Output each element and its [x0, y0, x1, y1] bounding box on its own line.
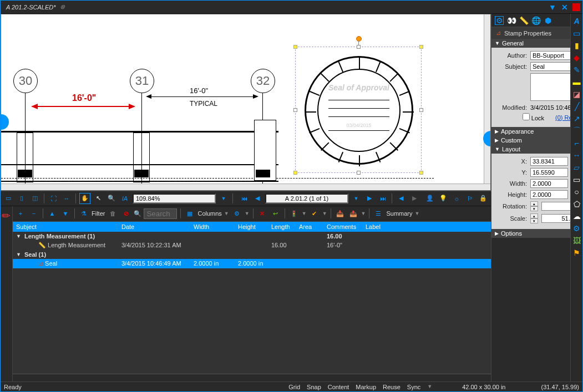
export-icon[interactable]: 📤 — [348, 208, 359, 219]
eraser-tool-icon[interactable]: ◪ — [572, 89, 582, 99]
group-length[interactable]: ▼ Length Measurement (1) 16.00 — [13, 232, 491, 241]
add-icon[interactable]: + — [15, 208, 26, 219]
gear-icon[interactable]: ⚙ — [231, 208, 242, 219]
callout-tool-icon[interactable]: ▱ — [572, 162, 582, 172]
collapse-icon[interactable]: ▼ — [60, 208, 71, 219]
arrow-tool-icon[interactable]: ↗ — [572, 114, 582, 124]
search-input[interactable] — [144, 208, 177, 219]
continuous-icon[interactable]: ▯ — [16, 193, 27, 204]
note-tool-icon[interactable]: ▮ — [572, 40, 582, 50]
delete-icon[interactable]: ✕ — [257, 208, 268, 219]
col-height[interactable]: Height — [235, 222, 268, 231]
status-reuse[interactable]: Reuse — [383, 384, 401, 390]
select-icon[interactable]: ↖ — [93, 193, 104, 204]
single-page-icon[interactable]: ▭ — [3, 193, 14, 204]
flag-tool-icon[interactable]: ⚑ — [572, 248, 582, 258]
columns-icon[interactable]: ▦ — [184, 208, 195, 219]
pen-tool-icon[interactable]: ✎ — [572, 65, 582, 75]
fit-page-icon[interactable]: ⛶ — [48, 193, 59, 204]
first-page-icon[interactable]: ⏮ — [239, 193, 250, 204]
polyline-tool-icon[interactable]: ⌐ — [572, 138, 582, 148]
image-tool-icon[interactable]: 🖼 — [572, 236, 582, 246]
cloud-tool-icon[interactable]: ☁ — [572, 211, 582, 221]
row-seal[interactable]: ⊿ Seal 3/4/2015 10:46:49 AM 2.0000 in 2.… — [13, 259, 491, 268]
close-x-icon[interactable]: ✕ — [560, 3, 569, 12]
side-by-side-icon[interactable]: ◫ — [29, 193, 40, 204]
3d-icon[interactable]: ⬢ — [544, 16, 552, 25]
section-appearance[interactable]: ▶Appearance — [491, 127, 583, 136]
row-length-measurement[interactable]: 📏 Length Measurement 3/4/2015 10:22:31 A… — [13, 241, 491, 250]
markup-panel-handle[interactable]: ✎ — [1, 206, 13, 382]
section-options[interactable]: ▶Options — [491, 229, 583, 238]
col-subject[interactable]: Subject — [13, 222, 118, 231]
zoom-dropdown-icon[interactable]: ▼ — [218, 193, 229, 204]
col-comments[interactable]: Comments — [323, 222, 362, 231]
gear-icon[interactable]: ⚙ — [495, 16, 504, 25]
pan-icon[interactable]: ✋ — [79, 193, 90, 204]
columns-label[interactable]: Columns — [197, 210, 221, 217]
section-custom[interactable]: ▶Custom — [491, 136, 583, 145]
zoom-input[interactable] — [133, 194, 216, 203]
col-label[interactable]: Label — [362, 222, 390, 231]
status-markup[interactable]: Markup — [356, 384, 376, 390]
arc-tool-icon[interactable]: ⌒ — [572, 126, 582, 136]
status-icon[interactable]: 🚦 — [288, 208, 300, 219]
document-tab[interactable]: A 201.2-SCALED* ⊗ — [3, 2, 68, 12]
clear-filter-icon[interactable]: ⊘ — [120, 208, 131, 219]
flag-icon[interactable]: 🏳 — [464, 193, 475, 204]
ruler-icon[interactable]: 📏 — [519, 16, 528, 25]
check-icon[interactable]: ✔ — [309, 208, 320, 219]
rotation-stepper[interactable]: ▴▾ — [530, 201, 538, 211]
section-layout[interactable]: ▼Layout — [491, 145, 583, 154]
globe-icon[interactable]: 🌐 — [531, 16, 540, 25]
x-input[interactable] — [530, 157, 568, 166]
status-snap[interactable]: Snap — [307, 384, 321, 390]
status-content[interactable]: Content — [328, 384, 349, 390]
last-page-icon[interactable]: ⏭ — [377, 193, 388, 204]
fit-width-icon[interactable]: ↔ — [61, 193, 72, 204]
shape-tool-icon[interactable]: ◆ — [572, 53, 582, 63]
section-general[interactable]: ▼General — [491, 39, 583, 48]
text-tool-icon[interactable]: A — [572, 16, 582, 26]
dimension-tool-icon[interactable]: ↔ — [572, 150, 582, 160]
record-icon[interactable] — [572, 3, 580, 11]
text-select-icon[interactable]: IA — [119, 193, 130, 204]
scale-stepper[interactable]: ▴▾ — [530, 213, 538, 223]
user-icon[interactable]: 👤 — [424, 193, 435, 204]
page-input[interactable] — [265, 194, 348, 203]
rect-tool-icon[interactable]: ▭ — [572, 175, 582, 185]
h-scrollbar[interactable] — [1, 184, 490, 190]
polygon-tool-icon[interactable]: ⬠ — [572, 199, 582, 209]
gear-tool-icon[interactable]: ⚙ — [572, 223, 582, 233]
seal-selection[interactable]: Seal of Approval 03/04/2015 — [295, 47, 422, 173]
next-view-icon[interactable]: ▶ — [409, 193, 420, 204]
dim-icon[interactable]: ☼ — [451, 193, 462, 204]
highlight-tool-icon[interactable]: ▬ — [572, 77, 582, 87]
summary-label[interactable]: Summary — [386, 210, 412, 217]
trash-icon[interactable]: 🗑 — [107, 208, 118, 219]
remove-icon[interactable]: − — [28, 208, 39, 219]
markup-scroll[interactable] — [13, 374, 491, 381]
line-tool-icon[interactable]: ╱ — [572, 101, 582, 111]
filter-icon[interactable]: ⚗ — [78, 208, 89, 219]
rotate-handle[interactable] — [356, 36, 362, 42]
canvas[interactable]: 30 31 32 1 16'-0" 16'-0" TYPICAL — [1, 14, 491, 191]
prev-page-icon[interactable]: ◀ — [252, 193, 263, 204]
import-icon[interactable]: 📥 — [334, 208, 346, 219]
bulb-icon[interactable]: 💡 — [438, 193, 449, 204]
col-length[interactable]: Length — [268, 222, 296, 231]
col-area[interactable]: Area — [296, 222, 323, 231]
zoom-icon[interactable]: 🔍 — [106, 193, 117, 204]
lock-checkbox[interactable]: Lock — [523, 113, 544, 121]
lock-icon[interactable]: 🔒 — [478, 193, 489, 204]
status-sync[interactable]: Sync — [407, 384, 420, 390]
status-grid[interactable]: Grid — [288, 384, 300, 390]
filter-label[interactable]: Filter — [92, 210, 105, 217]
height-input[interactable] — [530, 190, 568, 199]
page-dropdown-icon[interactable]: ▼ — [351, 193, 362, 204]
v-scrollbar[interactable] — [484, 14, 490, 184]
dropdown-icon[interactable]: ▼ — [548, 3, 557, 12]
ellipse-tool-icon[interactable]: ○ — [572, 187, 582, 197]
col-date[interactable]: Date — [118, 222, 190, 231]
reply-icon[interactable]: ↩ — [270, 208, 281, 219]
